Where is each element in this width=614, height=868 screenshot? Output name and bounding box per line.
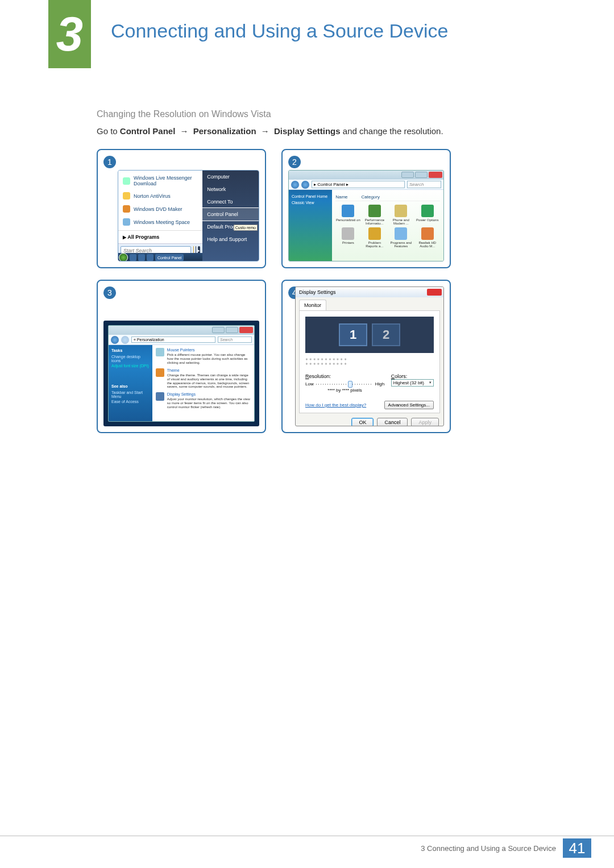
close-icon[interactable] bbox=[427, 289, 442, 296]
instruction-pre: Go to bbox=[97, 126, 120, 136]
taskbar-icon[interactable] bbox=[138, 254, 145, 261]
nav-back-icon[interactable] bbox=[291, 181, 299, 189]
maximize-icon[interactable] bbox=[415, 172, 428, 178]
task-link[interactable]: Change desktop icons bbox=[111, 354, 150, 363]
breadcrumb[interactable]: ▸ Control Panel ▸ bbox=[312, 181, 405, 188]
cancel-button[interactable]: Cancel bbox=[377, 418, 408, 426]
taskbar-icon[interactable] bbox=[147, 254, 154, 261]
instruction-path-1: Control Panel bbox=[120, 126, 176, 136]
nav-back-icon[interactable] bbox=[111, 336, 119, 344]
messenger-icon bbox=[123, 177, 130, 185]
start-right-item[interactable]: Computer bbox=[202, 171, 259, 183]
arrow-icon: → bbox=[178, 126, 191, 136]
tooltip: Custo remo bbox=[234, 225, 258, 231]
footer-divider bbox=[0, 836, 614, 836]
maximize-icon[interactable] bbox=[226, 327, 238, 333]
start-item-label: Windows Meeting Space bbox=[134, 219, 190, 225]
see-also-link[interactable]: Taskbar and Start Menu bbox=[111, 390, 150, 399]
minimize-icon[interactable] bbox=[212, 327, 225, 333]
start-orb-icon[interactable] bbox=[119, 253, 128, 261]
cp-item[interactable]: Realtek HD Audio M... bbox=[415, 227, 440, 248]
all-programs-button[interactable]: All Programs bbox=[118, 230, 202, 243]
task-link[interactable]: Adjust font size (DPI) bbox=[111, 363, 150, 368]
cp-item[interactable]: Performance Informatio... bbox=[362, 205, 387, 226]
page-title: Connecting and Using a Source Device bbox=[111, 20, 448, 42]
cp-item-label: Printers bbox=[335, 241, 360, 244]
advanced-settings-button[interactable]: Advanced Settings... bbox=[384, 401, 434, 409]
option-theme[interactable]: Theme Change the theme. Themes can chang… bbox=[156, 368, 251, 389]
start-item[interactable]: Norton AntiVirus bbox=[118, 189, 202, 202]
nav-forward-icon[interactable] bbox=[301, 181, 309, 189]
start-item-label: Norton AntiVirus bbox=[134, 193, 171, 199]
cp-item-personalization[interactable]: Personalizati on bbox=[335, 205, 360, 226]
apply-button[interactable]: Apply bbox=[411, 418, 439, 426]
monitor-1[interactable]: 1 bbox=[339, 323, 367, 346]
start-item[interactable]: Windows DVD Maker bbox=[118, 202, 202, 215]
arrow-icon: → bbox=[259, 126, 272, 136]
tab-monitor[interactable]: Monitor bbox=[299, 300, 326, 310]
cp-item[interactable]: Power Options bbox=[415, 205, 440, 226]
start-item[interactable]: Windows Live Messenger Download bbox=[118, 172, 202, 189]
minimize-icon[interactable] bbox=[401, 172, 414, 178]
monitor-2[interactable]: 2 bbox=[372, 323, 400, 346]
step-1-card: 1 Windows Live Messenger Download Norton… bbox=[97, 149, 266, 268]
chapter-number: 3 bbox=[56, 6, 83, 62]
dialog-titlebar: Display Settings bbox=[296, 287, 443, 297]
help-link[interactable]: How do I get the best display? bbox=[305, 402, 366, 408]
start-right-item-control-panel[interactable]: Control Panel bbox=[202, 208, 259, 221]
search-input[interactable]: Search bbox=[407, 181, 441, 188]
option-title: Mouse Pointers bbox=[167, 348, 251, 352]
window-titlebar bbox=[109, 326, 254, 335]
instruction-path-3: Display Settings bbox=[274, 126, 341, 136]
instruction-path-2: Personalization bbox=[193, 126, 256, 136]
breadcrumb[interactable]: « Personalization bbox=[131, 337, 215, 343]
cp-item[interactable]: Phone and Modem ... bbox=[388, 205, 413, 226]
cp-item-label: Programs and Features bbox=[388, 241, 413, 248]
resolution-colors-row: RResolution:esolution: Low High **** by … bbox=[305, 373, 434, 393]
cp-item-label: Problem Reports a... bbox=[362, 241, 387, 248]
column-name[interactable]: Name bbox=[335, 194, 347, 200]
column-category[interactable]: Category bbox=[362, 194, 380, 200]
resolution-slider[interactable]: Low High bbox=[305, 381, 384, 387]
cp-item-label: Performance Informatio... bbox=[362, 218, 387, 226]
close-icon[interactable] bbox=[239, 327, 253, 333]
colors-select[interactable]: Highest (32 bit) bbox=[391, 379, 434, 387]
slider-thumb[interactable] bbox=[348, 381, 352, 388]
nav-forward-icon[interactable] bbox=[121, 336, 129, 344]
cp-item-label: Personalizati on bbox=[335, 218, 360, 222]
mouse-pointer-icon bbox=[156, 348, 164, 356]
sidebar-link-classic-view[interactable]: Classic View bbox=[292, 200, 329, 206]
address-bar: « Personalization Search bbox=[109, 335, 254, 345]
close-icon[interactable] bbox=[429, 172, 442, 178]
ok-button[interactable]: OK bbox=[351, 418, 374, 426]
display-settings-icon bbox=[156, 392, 164, 401]
sidebar-link-home[interactable]: Control Panel Home bbox=[292, 193, 329, 200]
option-display-settings[interactable]: Display Settings Adjust your monitor res… bbox=[156, 392, 251, 409]
step-badge-1: 1 bbox=[103, 156, 116, 168]
cp-item[interactable]: Problem Reports a... bbox=[362, 227, 387, 248]
see-also-link[interactable]: Ease of Access bbox=[111, 399, 150, 404]
option-mouse-pointers[interactable]: Mouse Pointers Pick a different mouse po… bbox=[156, 348, 251, 365]
cp-item[interactable]: Printers bbox=[335, 227, 360, 248]
cp-item-label: Phone and Modem ... bbox=[388, 218, 413, 226]
page-footer: 3 Connecting and Using a Source Device 4… bbox=[421, 838, 591, 858]
performance-icon bbox=[368, 205, 381, 217]
start-right-item[interactable]: Network bbox=[202, 183, 259, 196]
dialog-button-row: OK Cancel Apply bbox=[296, 418, 443, 426]
personalization-frame: « Personalization Search Tasks Change de… bbox=[103, 321, 259, 426]
taskbar-icon[interactable] bbox=[130, 254, 136, 261]
search-input[interactable]: Search bbox=[218, 337, 252, 343]
page-number: 41 bbox=[563, 838, 591, 858]
cp-item-label: Power Options bbox=[415, 218, 440, 222]
start-right-item[interactable]: Help and Support bbox=[202, 233, 259, 246]
cp-item[interactable]: Programs and Features bbox=[388, 227, 413, 248]
taskbar-button[interactable]: Control Panel bbox=[155, 254, 184, 261]
monitor-preview: 1 2 bbox=[305, 317, 434, 353]
start-programs-list: Windows Live Messenger Download Norton A… bbox=[118, 171, 202, 230]
option-title: Theme bbox=[167, 368, 251, 373]
start-right-item[interactable]: Connect To bbox=[202, 196, 259, 208]
resolution-label: RResolution:esolution: bbox=[305, 373, 384, 379]
breadcrumb-text: « Personalization bbox=[134, 338, 164, 342]
start-item[interactable]: Windows Meeting Space bbox=[118, 215, 202, 229]
personalization-sidebar: Tasks Change desktop icons Adjust font s… bbox=[109, 345, 152, 421]
